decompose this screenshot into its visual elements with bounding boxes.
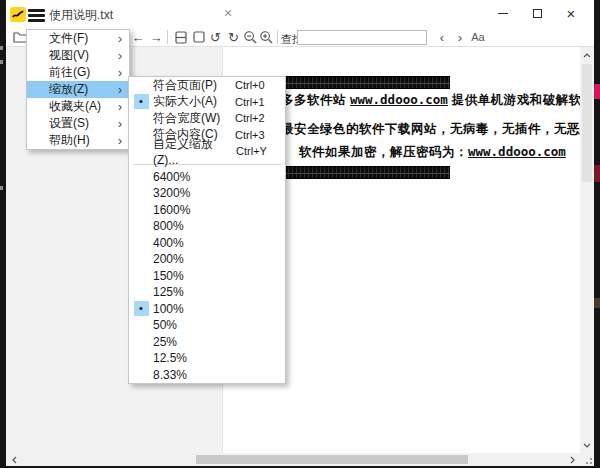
rotate-left-icon: ↺ bbox=[210, 31, 221, 44]
zoom-item-label: 符合宽度(W) bbox=[153, 110, 220, 127]
zoom-menu-item[interactable]: • 200% bbox=[129, 251, 285, 268]
tab-title: 使用说明.txt bbox=[49, 7, 113, 24]
maximize-icon bbox=[533, 9, 542, 18]
zoom-item-label: 12.5% bbox=[153, 351, 187, 365]
desktop-artifact bbox=[593, 165, 600, 182]
vertical-scrollbar-thumb[interactable] bbox=[582, 64, 592, 182]
bullet-icon: • bbox=[139, 303, 143, 314]
submenu-arrow-icon: › bbox=[118, 101, 122, 113]
titlebar: 使用说明.txt × × bbox=[6, 0, 594, 28]
app-logo-icon bbox=[12, 9, 24, 20]
menu-item[interactable]: 收藏夹(A) › bbox=[27, 98, 129, 115]
menu-item[interactable]: 设置(S) › bbox=[27, 115, 129, 132]
zoom-item-shortcut: Ctrl+3 bbox=[235, 129, 277, 141]
menu-item-label: 文件(F) bbox=[49, 30, 88, 47]
resize-grip-icon bbox=[583, 455, 593, 465]
zoom-menu-item[interactable]: • 6400% bbox=[129, 169, 285, 186]
back-arrow-icon: ← bbox=[132, 31, 145, 44]
zoom-item-label: 符合页面(P) bbox=[153, 77, 217, 94]
zoom-menu-item[interactable]: • 800% bbox=[129, 218, 285, 235]
scroll-left-arrow-icon[interactable] bbox=[7, 453, 21, 466]
checked-radio-icon: • bbox=[134, 301, 149, 316]
fit-width-icon bbox=[193, 31, 205, 43]
submenu-arrow-icon: › bbox=[118, 118, 122, 130]
document-text-line: 最安全绿色的软件下载网站，无病毒，无插件，无恶意代码 bbox=[281, 121, 580, 138]
zoom-menu-item[interactable]: • 12.5% bbox=[129, 350, 285, 367]
zoom-item-label: 3200% bbox=[153, 186, 190, 200]
toolbar-separator bbox=[167, 30, 168, 44]
zoom-menu-item[interactable]: • 1600% bbox=[129, 202, 285, 219]
checked-radio-icon: • bbox=[134, 94, 149, 109]
zoom-item-shortcut: Ctrl+Y bbox=[236, 145, 277, 157]
zoom-menu-item[interactable]: • 自定义缩放(Z)... Ctrl+Y bbox=[129, 143, 285, 160]
zoom-item-label: 自定义缩放(Z)... bbox=[153, 136, 236, 167]
zoom-menu-item[interactable]: • 符合页面(P) Ctrl+0 bbox=[129, 77, 285, 94]
zoom-menu-item[interactable]: • 25% bbox=[129, 334, 285, 351]
zoom-item-shortcut: Ctrl+0 bbox=[235, 79, 277, 91]
horizontal-scrollbar[interactable] bbox=[6, 453, 580, 466]
zoom-menu-item[interactable]: • 3200% bbox=[129, 185, 285, 202]
find-previous-button[interactable]: ‹ bbox=[434, 28, 450, 46]
document-text-line: 多多软件站 www.ddooo.com 提供单机游戏和破解软件下载 bbox=[281, 92, 580, 109]
zoom-menu-item[interactable]: • 400% bbox=[129, 235, 285, 252]
fit-page-icon bbox=[175, 31, 187, 44]
find-next-button[interactable]: › bbox=[452, 28, 468, 46]
zoom-item-label: 400% bbox=[153, 236, 184, 250]
zoom-out-icon bbox=[243, 30, 258, 45]
fit-page-button[interactable] bbox=[171, 28, 190, 46]
zoom-menu-item[interactable]: • 125% bbox=[129, 284, 285, 301]
menu-item[interactable]: 前往(G) › bbox=[27, 64, 129, 81]
zoom-menu-item[interactable]: • 符合宽度(W) Ctrl+2 bbox=[129, 110, 285, 127]
resize-grip[interactable] bbox=[580, 453, 594, 466]
app-window: 使用说明.txt × × ← → bbox=[6, 0, 594, 466]
menu-item[interactable]: 帮助(H) › bbox=[27, 132, 129, 149]
desktop-artifact bbox=[0, 46, 3, 50]
match-case-button[interactable]: Aa bbox=[468, 28, 488, 46]
close-button[interactable]: × bbox=[560, 3, 582, 23]
minimize-icon bbox=[498, 13, 508, 14]
zoom-menu-item[interactable]: • 50% bbox=[129, 317, 285, 334]
menu-item[interactable]: 视图(V) › bbox=[27, 47, 129, 64]
document-text: 多多软件站 bbox=[281, 93, 350, 107]
zoom-item-shortcut: Ctrl+1 bbox=[235, 96, 277, 108]
scroll-down-arrow-icon[interactable] bbox=[580, 438, 594, 452]
document-text: 提供单机游戏和破解软件下载 bbox=[448, 93, 580, 107]
forward-arrow-icon: → bbox=[150, 31, 163, 44]
horizontal-scrollbar-thumb[interactable] bbox=[196, 455, 468, 464]
document-link[interactable]: www.ddooo.com bbox=[350, 92, 448, 107]
zoom-menu-item[interactable]: • 150% bbox=[129, 268, 285, 285]
tab-close-button[interactable]: × bbox=[220, 5, 236, 21]
zoom-item-label: 100% bbox=[153, 302, 184, 316]
menu-item[interactable]: 文件(F) › bbox=[27, 30, 129, 47]
zoom-menu-item[interactable]: • 实际大小(A) Ctrl+1 bbox=[129, 94, 285, 111]
forward-button[interactable]: → bbox=[147, 28, 165, 46]
zoom-menu-item[interactable]: • 100% bbox=[129, 301, 285, 318]
minimize-button[interactable] bbox=[492, 3, 514, 23]
zoom-item-label: 125% bbox=[153, 285, 184, 299]
scroll-right-arrow-icon[interactable] bbox=[565, 453, 579, 466]
zoom-menu-item[interactable]: • 8.33% bbox=[129, 367, 285, 384]
screen: 使用说明.txt × × ← → bbox=[0, 0, 600, 468]
zoom-in-button[interactable] bbox=[257, 28, 275, 46]
menu-button[interactable] bbox=[28, 9, 45, 22]
menu-check-cell: • bbox=[129, 94, 153, 109]
desktop-artifact bbox=[593, 84, 600, 99]
document-link[interactable]: www.ddooo.com bbox=[468, 144, 566, 159]
find-input[interactable] bbox=[297, 30, 427, 45]
zoom-item-label: 25% bbox=[153, 335, 177, 349]
rotate-left-button[interactable]: ↺ bbox=[206, 28, 225, 46]
scroll-up-arrow-icon[interactable] bbox=[580, 48, 594, 62]
zoom-item-label: 50% bbox=[153, 318, 177, 332]
zoom-item-label: 200% bbox=[153, 252, 184, 266]
back-button[interactable]: ← bbox=[129, 28, 147, 46]
menu-item[interactable]: 缩放(Z) › bbox=[27, 81, 129, 98]
app-icon bbox=[10, 7, 26, 22]
maximize-button[interactable] bbox=[526, 3, 548, 23]
document-text-line: 软件如果加密，解压密码为：www.ddooo.com bbox=[299, 144, 566, 161]
vertical-scrollbar[interactable] bbox=[580, 47, 594, 453]
bullet-icon: • bbox=[139, 96, 143, 107]
submenu-arrow-icon: › bbox=[118, 33, 122, 45]
chevron-left-icon: ‹ bbox=[440, 31, 444, 44]
submenu-arrow-icon: › bbox=[118, 50, 122, 62]
submenu-arrow-icon: › bbox=[118, 135, 122, 147]
